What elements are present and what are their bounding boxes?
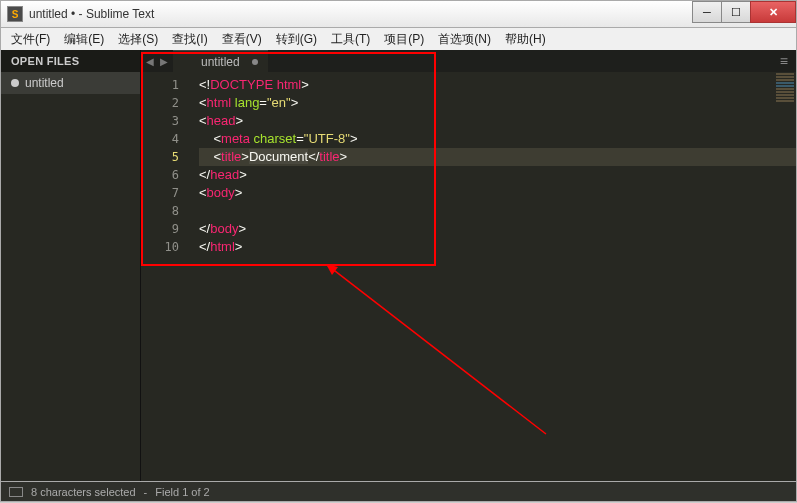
line-number: 5 (141, 148, 179, 166)
menu-item[interactable]: 查看(V) (216, 29, 268, 50)
line-number: 10 (141, 238, 179, 256)
code-line[interactable]: </body> (199, 220, 796, 238)
statusbar: 8 characters selected - Field 1 of 2 (0, 482, 797, 502)
status-sep: - (144, 486, 148, 498)
line-number: 9 (141, 220, 179, 238)
menu-item[interactable]: 帮助(H) (499, 29, 552, 50)
code-line[interactable]: <meta charset="UTF-8"> (199, 130, 796, 148)
status-selection: 8 characters selected (31, 486, 136, 498)
code-line[interactable]: <head> (199, 112, 796, 130)
gutter: 12345678910 (141, 72, 191, 481)
code-line[interactable]: </html> (199, 238, 796, 256)
code-line[interactable]: </head> (199, 166, 796, 184)
code-line[interactable]: <body> (199, 184, 796, 202)
code-line[interactable]: <html lang="en"> (199, 94, 796, 112)
menu-item[interactable]: 项目(P) (378, 29, 430, 50)
open-files-header: OPEN FILES (1, 50, 140, 72)
line-number: 2 (141, 94, 179, 112)
dirty-indicator-icon (11, 79, 19, 87)
editor-column: ◀ ▶ untitled ≡ 12345678910 <!DOCTYPE htm… (141, 50, 796, 481)
code-line[interactable]: <title>Document</title> (199, 148, 796, 166)
menu-item[interactable]: 查找(I) (166, 29, 213, 50)
open-file-name: untitled (25, 76, 64, 90)
menu-item[interactable]: 转到(G) (270, 29, 323, 50)
panel-switch-icon[interactable] (9, 487, 23, 497)
sidebar-empty (1, 94, 140, 481)
code-editor[interactable]: <!DOCTYPE html><html lang="en"><head> <m… (191, 72, 796, 481)
sidebar: OPEN FILES untitled (1, 50, 141, 481)
line-number: 3 (141, 112, 179, 130)
open-file-item[interactable]: untitled (1, 72, 140, 94)
code-line[interactable] (199, 202, 796, 220)
code-area[interactable]: 12345678910 <!DOCTYPE html><html lang="e… (141, 72, 796, 481)
menu-item[interactable]: 文件(F) (5, 29, 56, 50)
menu-item[interactable]: 首选项(N) (432, 29, 497, 50)
line-number: 6 (141, 166, 179, 184)
code-line[interactable]: <!DOCTYPE html> (199, 76, 796, 94)
window-controls: ─ ☐ ✕ (693, 1, 796, 23)
tab-prev-icon[interactable]: ◀ (146, 56, 154, 67)
minimize-button[interactable]: ─ (692, 1, 722, 23)
tab-label: untitled (201, 55, 240, 69)
menu-item[interactable]: 编辑(E) (58, 29, 110, 50)
tabs-menu-icon[interactable]: ≡ (780, 53, 788, 69)
titlebar: S untitled • - Sublime Text ─ ☐ ✕ (0, 0, 797, 28)
tab-next-icon[interactable]: ▶ (160, 56, 168, 67)
maximize-button[interactable]: ☐ (721, 1, 751, 23)
line-number: 4 (141, 130, 179, 148)
close-button[interactable]: ✕ (750, 1, 796, 23)
status-field: Field 1 of 2 (155, 486, 209, 498)
line-number: 8 (141, 202, 179, 220)
menu-item[interactable]: 工具(T) (325, 29, 376, 50)
app-icon: S (7, 6, 23, 22)
tab-nav-arrows[interactable]: ◀ ▶ (141, 56, 173, 67)
menubar: 文件(F)编辑(E)选择(S)查找(I)查看(V)转到(G)工具(T)项目(P)… (0, 28, 797, 50)
menu-item[interactable]: 选择(S) (112, 29, 164, 50)
tab-untitled[interactable]: untitled (173, 50, 268, 72)
tabs-scroll: ≡ (268, 53, 796, 69)
minimap[interactable] (774, 72, 796, 132)
line-number: 7 (141, 184, 179, 202)
window-title: untitled • - Sublime Text (29, 7, 693, 21)
tabs-row: ◀ ▶ untitled ≡ (141, 50, 796, 72)
main-area: OPEN FILES untitled ◀ ▶ untitled ≡ 12345… (0, 50, 797, 482)
line-number: 1 (141, 76, 179, 94)
